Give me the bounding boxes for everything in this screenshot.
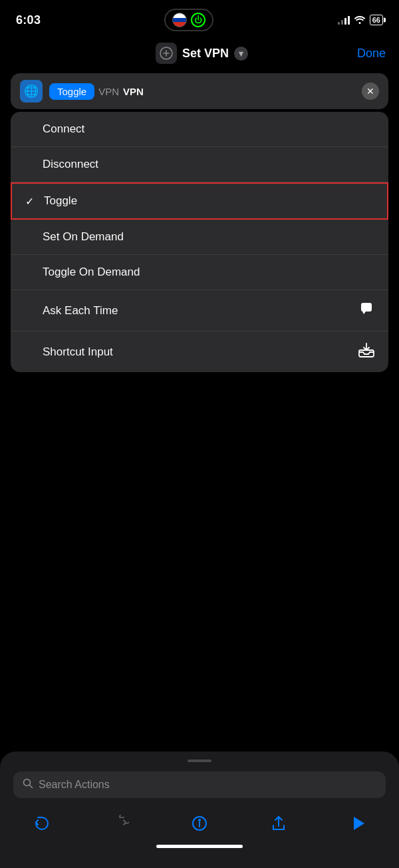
- nav-title-text: Set VPN: [182, 47, 229, 61]
- menu-label-connect: Connect: [43, 122, 84, 136]
- action-tags: Toggle VPN VPN: [49, 83, 144, 100]
- battery-icon: 66: [370, 15, 383, 25]
- bottom-handle: [188, 760, 211, 762]
- nav-title: Set VPN ▾: [156, 43, 248, 64]
- signal-strength-icon: [338, 15, 350, 25]
- home-indicator: [156, 845, 243, 848]
- speech-bubble-icon: [359, 301, 375, 320]
- nav-bar: Set VPN ▾ Done: [0, 36, 399, 73]
- share-button[interactable]: [264, 809, 293, 838]
- nav-chevron-icon[interactable]: ▾: [234, 47, 248, 61]
- play-button[interactable]: [343, 809, 372, 838]
- menu-label-set-on-demand: Set On Demand: [43, 230, 124, 244]
- wifi-icon: [354, 15, 366, 26]
- undo-button[interactable]: [27, 809, 56, 838]
- menu-item-shortcut-input[interactable]: Shortcut Input: [11, 331, 388, 372]
- svg-rect-2: [359, 350, 374, 357]
- menu-label-toggle: Toggle: [44, 194, 77, 208]
- menu-label-shortcut-input: Shortcut Input: [43, 345, 113, 359]
- menu-label-disconnect: Disconnect: [43, 158, 98, 171]
- svg-marker-8: [354, 817, 364, 830]
- content-area: 🌐 Toggle VPN VPN ✕ Connect Disconnect ✓ …: [0, 73, 399, 372]
- info-button[interactable]: [185, 809, 214, 838]
- svg-rect-1: [361, 303, 372, 312]
- menu-item-set-on-demand[interactable]: Set On Demand: [11, 220, 388, 255]
- tag-vpn-bold: VPN: [123, 86, 144, 97]
- svg-line-4: [30, 785, 33, 788]
- power-icon: ⏻: [191, 13, 205, 27]
- search-placeholder: Search Actions: [39, 779, 110, 791]
- menu-item-toggle[interactable]: ✓ Toggle: [11, 182, 388, 220]
- svg-point-7: [199, 819, 200, 821]
- done-button[interactable]: Done: [357, 47, 386, 61]
- status-bar: 6:03 ⏻ 66: [0, 0, 399, 36]
- menu-item-ask-each-time[interactable]: Ask Each Time: [11, 290, 388, 331]
- bottom-toolbar: [13, 809, 386, 838]
- dropdown-menu: Connect Disconnect ✓ Toggle Set On Deman…: [11, 112, 388, 372]
- menu-item-toggle-on-demand[interactable]: Toggle On Demand: [11, 255, 388, 290]
- inbox-icon: [358, 342, 375, 361]
- battery-level: 66: [372, 16, 380, 24]
- search-icon: [23, 778, 33, 791]
- bottom-panel: Search Actions: [0, 752, 399, 868]
- redo-button[interactable]: [106, 809, 135, 838]
- search-bar[interactable]: Search Actions: [13, 771, 386, 798]
- checkmark-toggle: ✓: [25, 195, 37, 208]
- shortcuts-app-icon: [156, 43, 177, 64]
- status-right-icons: 66: [338, 15, 383, 26]
- flag-icon: [172, 13, 187, 27]
- tag-toggle[interactable]: Toggle: [49, 83, 94, 100]
- action-row: 🌐 Toggle VPN VPN ✕: [11, 73, 388, 109]
- vpn-icon: 🌐: [20, 80, 43, 103]
- close-button[interactable]: ✕: [362, 83, 379, 100]
- tag-vpn-label: VPN: [98, 86, 119, 97]
- menu-label-toggle-on-demand: Toggle On Demand: [43, 266, 140, 279]
- menu-item-connect[interactable]: Connect: [11, 112, 388, 147]
- menu-item-disconnect[interactable]: Disconnect: [11, 147, 388, 182]
- dynamic-island: ⏻: [164, 9, 213, 31]
- menu-label-ask-each-time: Ask Each Time: [43, 304, 118, 318]
- status-time: 6:03: [16, 13, 41, 27]
